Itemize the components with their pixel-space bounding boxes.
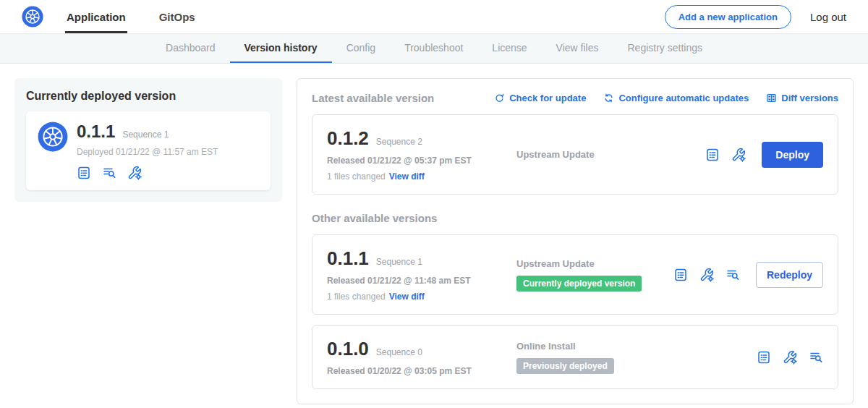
- config-wrench-icon[interactable]: [699, 268, 714, 282]
- tab-gitops[interactable]: GitOps: [158, 0, 197, 33]
- version-number: 0.1.1: [327, 247, 369, 270]
- subnav-tab-troubleshoot[interactable]: Troubleshoot: [390, 34, 477, 63]
- version-source: Online Install: [516, 341, 749, 352]
- app-logo[interactable]: [22, 0, 43, 33]
- deployed-sequence-label: Sequence 1: [122, 129, 169, 140]
- release-notes-icon[interactable]: [77, 166, 91, 180]
- file-search-icon[interactable]: [102, 166, 116, 180]
- deployed-date: Deployed 01/21/22 @ 11:57 am EST: [77, 147, 218, 157]
- subnav-tab-license[interactable]: License: [477, 34, 541, 63]
- file-search-icon[interactable]: [809, 350, 823, 365]
- version-row: 0.1.0 Sequence 0 Released 01/20/22 @ 03:…: [312, 325, 838, 389]
- subnav-tab-config[interactable]: Config: [332, 34, 390, 63]
- deployed-version-card: 0.1.1 Sequence 1 Deployed 01/21/22 @ 11:…: [26, 111, 271, 190]
- diff-columns-icon: [766, 93, 777, 103]
- latest-available-title: Latest available version: [312, 92, 434, 104]
- version-row: 0.1.2 Sequence 2 Released 01/21/22 @ 05:…: [312, 114, 838, 195]
- release-notes-icon[interactable]: [673, 268, 688, 282]
- config-wrench-icon[interactable]: [127, 166, 142, 180]
- deployed-version-number: 0.1.1: [77, 122, 115, 142]
- topbar-tabs: Application GitOps: [65, 0, 227, 33]
- redeploy-button[interactable]: Redeploy: [756, 262, 823, 288]
- app-subnav: Dashboard Version history Config Trouble…: [0, 34, 868, 64]
- subnav-tab-registry-settings[interactable]: Registry settings: [613, 34, 717, 63]
- add-application-button[interactable]: Add a new application: [665, 5, 791, 29]
- version-source: Upstream Update: [516, 258, 666, 269]
- files-changed-line: 1 files changedView diff: [327, 292, 516, 302]
- view-diff-link[interactable]: View diff: [389, 171, 425, 182]
- version-number: 0.1.0: [327, 338, 369, 360]
- files-changed-line: 1 files changedView diff: [327, 171, 516, 182]
- view-diff-link[interactable]: View diff: [389, 292, 425, 302]
- currently-deployed-title: Currently deployed version: [26, 90, 271, 103]
- currently-deployed-badge: Currently deployed version: [516, 276, 642, 292]
- config-wrench-icon[interactable]: [783, 350, 797, 365]
- subnav-tab-dashboard[interactable]: Dashboard: [151, 34, 230, 63]
- tab-application[interactable]: Application: [65, 0, 127, 33]
- sequence-label: Sequence 1: [376, 257, 422, 267]
- file-search-icon[interactable]: [726, 268, 740, 282]
- release-notes-icon[interactable]: [757, 350, 771, 365]
- previously-deployed-badge: Previously deployed: [516, 358, 614, 374]
- deploy-button[interactable]: Deploy: [762, 142, 823, 168]
- check-for-update-link[interactable]: Check for update: [494, 93, 586, 103]
- version-number: 0.1.2: [327, 127, 369, 150]
- refresh-arrow-icon: [494, 93, 505, 103]
- version-row: 0.1.1 Sequence 1 Released 01/21/22 @ 11:…: [312, 234, 838, 315]
- version-actions: Check for update Configure automatic upd…: [494, 93, 838, 103]
- config-wrench-icon[interactable]: [731, 148, 746, 162]
- kubernetes-logo-icon: [22, 6, 43, 27]
- diff-versions-link[interactable]: Diff versions: [766, 93, 838, 103]
- kubernetes-app-icon: [38, 122, 68, 152]
- topbar-right: Add a new application Log out: [665, 0, 846, 33]
- subnav-tab-version-history[interactable]: Version history: [230, 34, 332, 63]
- version-source: Upstream Update: [516, 149, 698, 160]
- release-notes-icon[interactable]: [705, 148, 720, 162]
- available-versions-card: Latest available version Check for updat…: [297, 78, 854, 404]
- currently-deployed-card: Currently deployed version 0.1.1 Sequenc…: [14, 78, 282, 202]
- configure-automatic-updates-link[interactable]: Configure automatic updates: [603, 93, 749, 103]
- subnav-tab-view-files[interactable]: View files: [542, 34, 613, 63]
- version-history-page: Currently deployed version 0.1.1 Sequenc…: [0, 64, 868, 408]
- released-date: Released 01/21/22 @ 05:37 pm EST: [327, 156, 516, 166]
- released-date: Released 01/20/22 @ 03:05 pm EST: [327, 366, 516, 376]
- sequence-label: Sequence 0: [376, 347, 422, 357]
- sequence-label: Sequence 2: [376, 137, 422, 147]
- sync-arrows-icon: [603, 93, 614, 103]
- released-date: Released 01/21/22 @ 11:48 am EST: [327, 276, 516, 286]
- logout-link[interactable]: Log out: [810, 11, 846, 23]
- topbar: Application GitOps Add a new application…: [0, 0, 868, 34]
- other-versions-title: Other available versions: [312, 212, 838, 224]
